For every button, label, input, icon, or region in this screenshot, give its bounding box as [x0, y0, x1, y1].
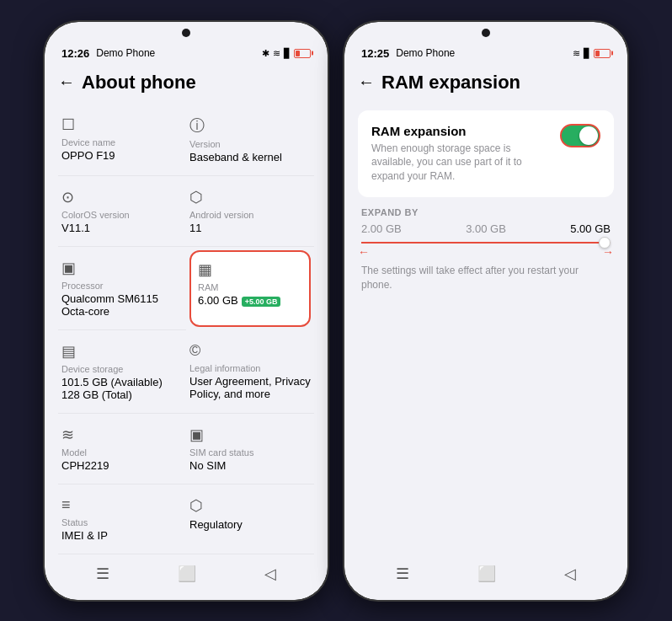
- about-phone-content: ☐ Device name OPPO F19 ⓘ Version Baseban…: [45, 104, 328, 556]
- wifi-icon: ≋: [273, 48, 280, 59]
- processor-icon: ▣: [61, 259, 183, 277]
- slider-arrow-left: ←: [358, 245, 370, 259]
- nav-bar-2: ☰ ⬜ ◁: [344, 556, 627, 600]
- back-button-1[interactable]: ←: [58, 72, 75, 92]
- status-right-1: ✱ ≋ ▊: [262, 48, 311, 59]
- android-value: 11: [189, 222, 311, 234]
- ram-toggle-switch[interactable]: [560, 124, 600, 147]
- nav-bar-1: ☰ ⬜ ◁: [45, 556, 328, 600]
- status-label: Status: [61, 517, 183, 527]
- ram-toggle-row: RAM expansion When enough storage space …: [358, 110, 614, 197]
- regulatory-value: Regulatory: [189, 518, 311, 531]
- status-right-2: ≋ ▊: [573, 48, 611, 59]
- phone1: 12:26 Demo Phone ✱ ≋ ▊ ← About phone: [43, 20, 329, 602]
- android-label: Android version: [189, 210, 311, 220]
- device-name-label: Device name: [61, 137, 183, 147]
- model-icon: ≋: [61, 426, 183, 444]
- app-name-2: Demo Phone: [396, 47, 455, 59]
- wifi-icon-2: ≋: [573, 48, 580, 59]
- back-nav-icon-1[interactable]: ◁: [264, 565, 276, 583]
- page-title-2: RAM expansion: [381, 72, 520, 94]
- camera-notch: [182, 29, 190, 37]
- regulatory-item[interactable]: ⬡ Regulatory: [186, 484, 314, 554]
- page-title-1: About phone: [82, 72, 196, 94]
- ram-expansion-description: When enough storage space is available, …: [371, 142, 523, 184]
- sim-icon: ▣: [189, 426, 311, 444]
- status-value: IMEI & IP: [61, 529, 183, 542]
- legal-value: User Agreement, Privacy Policy, and more: [189, 375, 311, 400]
- model-item[interactable]: ≋ Model CPH2219: [58, 414, 186, 484]
- legal-item[interactable]: © Legal information User Agreement, Priv…: [186, 330, 314, 414]
- camera-notch-2: [482, 29, 490, 37]
- legal-icon: ©: [189, 342, 311, 360]
- status-icon: ≡: [61, 496, 183, 514]
- back-nav-icon-2[interactable]: ◁: [564, 565, 576, 583]
- device-name-value: OPPO F19: [61, 149, 183, 162]
- coloros-icon: ⊙: [61, 188, 183, 206]
- sim-item[interactable]: ▣ SIM card status No SIM: [186, 414, 314, 484]
- ram-icon: ▦: [198, 260, 302, 279]
- sim-value: No SIM: [189, 459, 311, 472]
- regulatory-icon: ⬡: [189, 496, 311, 515]
- ram-label: RAM: [198, 282, 302, 292]
- storage-label: Device storage: [61, 364, 183, 374]
- expand-option-3gb[interactable]: 3.00 GB: [466, 222, 506, 235]
- ram-badge: +5.00 GB: [242, 297, 281, 307]
- battery-icon-2: [594, 49, 611, 58]
- battery-fill-2: [595, 51, 600, 56]
- status-item[interactable]: ≡ Status IMEI & IP: [58, 484, 186, 554]
- version-item[interactable]: ⓘ Version Baseband & kernel: [186, 104, 314, 176]
- battery-icon: [294, 49, 311, 58]
- phone2: 12:25 Demo Phone ≋ ▊ ← RAM expansion: [343, 20, 629, 602]
- toggle-knob: [579, 126, 598, 145]
- device-icon: ☐: [61, 115, 183, 134]
- battery-fill: [296, 51, 300, 56]
- android-item[interactable]: ⬡ Android version 11: [186, 176, 314, 247]
- info-grid: ☐ Device name OPPO F19 ⓘ Version Baseban…: [58, 104, 314, 554]
- coloros-value: V11.1: [61, 222, 183, 234]
- processor-label: Processor: [61, 281, 183, 291]
- slider-container: ← →: [358, 242, 614, 244]
- coloros-item[interactable]: ⊙ ColorOS version V11.1: [58, 176, 186, 247]
- processor-item[interactable]: ▣ Processor Qualcomm SM6115 Octa-core: [58, 247, 186, 330]
- time-2: 12:25: [361, 47, 389, 60]
- home-nav-icon-2[interactable]: ⬜: [477, 565, 496, 583]
- version-label: Version: [189, 139, 311, 149]
- back-button-2[interactable]: ←: [358, 72, 375, 92]
- processor-value: Qualcomm SM6115 Octa-core: [61, 292, 183, 318]
- ram-value: 6.00 GB+5.00 GB: [198, 294, 302, 307]
- time-1: 12:26: [61, 47, 89, 60]
- ram-item[interactable]: ▦ RAM 6.00 GB+5.00 GB: [189, 250, 311, 327]
- version-value: Baseband & kernel: [189, 151, 311, 163]
- restart-note: The settings will take effect after you …: [358, 257, 614, 299]
- menu-nav-icon-1[interactable]: ☰: [96, 565, 109, 583]
- slider-track[interactable]: [361, 242, 611, 244]
- ram-expansion-content: RAM expansion When enough storage space …: [344, 104, 627, 556]
- page-header-2: ← RAM expansion: [344, 65, 627, 104]
- app-name-1: Demo Phone: [96, 47, 155, 59]
- page-header-1: ← About phone: [45, 65, 328, 104]
- slider-arrow-right: →: [602, 245, 614, 259]
- bluetooth-icon: ✱: [262, 48, 269, 59]
- expand-options: 2.00 GB 3.00 GB 5.00 GB: [358, 222, 614, 235]
- status-bar-1: 12:26 Demo Phone ✱ ≋ ▊: [45, 37, 328, 65]
- version-icon: ⓘ: [189, 115, 311, 136]
- device-name-item[interactable]: ☐ Device name OPPO F19: [58, 104, 186, 176]
- sim-label: SIM card status: [189, 447, 311, 458]
- status-left-2: 12:25 Demo Phone: [361, 47, 455, 60]
- storage-value: 101.5 GB (Available)128 GB (Total): [61, 376, 183, 401]
- storage-icon: ▤: [61, 342, 183, 361]
- ram-expansion-title: RAM expansion: [371, 124, 523, 138]
- status-bar-2: 12:25 Demo Phone ≋ ▊: [344, 37, 627, 65]
- storage-item[interactable]: ▤ Device storage 101.5 GB (Available)128…: [58, 330, 186, 414]
- status-left-1: 12:26 Demo Phone: [61, 47, 155, 60]
- model-value: CPH2219: [61, 459, 183, 472]
- expand-by-label: EXPAND BY: [358, 207, 614, 217]
- coloros-label: ColorOS version: [61, 210, 183, 220]
- expand-option-2gb[interactable]: 2.00 GB: [361, 222, 402, 235]
- menu-nav-icon-2[interactable]: ☰: [396, 565, 409, 583]
- model-label: Model: [61, 447, 183, 458]
- signal-icon-2: ▊: [584, 48, 590, 59]
- expand-option-5gb[interactable]: 5.00 GB: [570, 222, 611, 235]
- home-nav-icon-1[interactable]: ⬜: [178, 565, 196, 583]
